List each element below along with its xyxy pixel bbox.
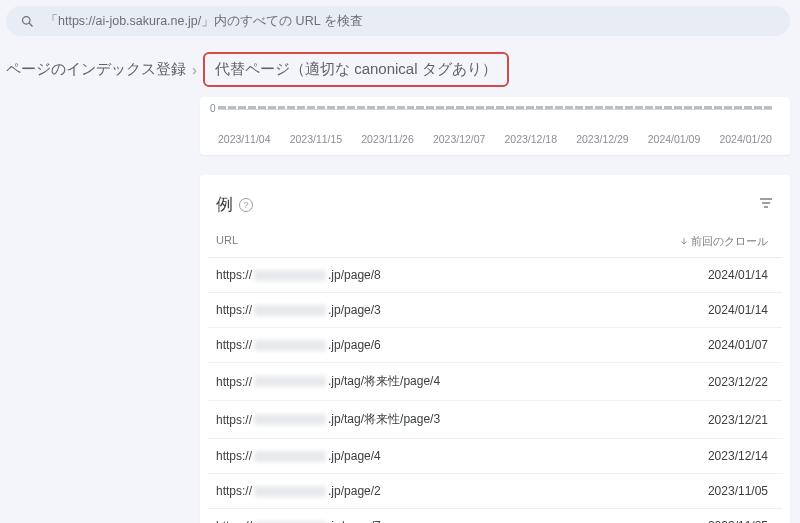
filter-icon[interactable] bbox=[758, 195, 774, 214]
search-placeholder: 「https://ai-job.sakura.ne.jp/」内のすべての URL… bbox=[45, 13, 363, 30]
x-tick: 2024/01/20 bbox=[719, 133, 772, 145]
table-header: URL 前回のクロール bbox=[208, 234, 782, 258]
chevron-right-icon: › bbox=[192, 61, 197, 78]
table-row[interactable]: https://.jp/page/32024/01/14 bbox=[208, 293, 782, 328]
table-row[interactable]: https://.jp/tag/将来性/page/42023/12/22 bbox=[208, 363, 782, 401]
row-url: https://.jp/page/8 bbox=[216, 268, 381, 282]
col-crawl[interactable]: 前回のクロール bbox=[679, 234, 768, 249]
examples-title: 例 bbox=[216, 193, 233, 216]
table-row[interactable]: https://.jp/tag/将来性/page/32023/12/21 bbox=[208, 401, 782, 439]
x-tick: 2023/12/29 bbox=[576, 133, 629, 145]
row-date: 2023/11/05 bbox=[708, 484, 768, 498]
col-url[interactable]: URL bbox=[216, 234, 238, 249]
table-row[interactable]: https://.jp/page/62024/01/07 bbox=[208, 328, 782, 363]
row-url: https://.jp/page/7 bbox=[216, 519, 381, 523]
chart-x-ticks: 2023/11/04 2023/11/15 2023/11/26 2023/12… bbox=[210, 133, 780, 145]
x-tick: 2023/11/04 bbox=[218, 133, 271, 145]
x-tick: 2024/01/09 bbox=[648, 133, 701, 145]
chart-zero-label: 0 bbox=[210, 103, 216, 114]
table-row[interactable]: https://.jp/page/72023/11/05 bbox=[208, 509, 782, 523]
row-url: https://.jp/tag/将来性/page/3 bbox=[216, 411, 440, 428]
row-url: https://.jp/page/4 bbox=[216, 449, 381, 463]
row-url: https://.jp/tag/将来性/page/4 bbox=[216, 373, 440, 390]
breadcrumb-root[interactable]: ページのインデックス登録 bbox=[6, 60, 186, 79]
row-date: 2024/01/07 bbox=[708, 338, 768, 352]
search-icon bbox=[20, 14, 35, 29]
table-row[interactable]: https://.jp/page/82024/01/14 bbox=[208, 258, 782, 293]
x-tick: 2023/11/15 bbox=[290, 133, 343, 145]
svg-rect-4 bbox=[764, 206, 768, 207]
examples-card: 例 ? URL 前回のクロール https://.jp/page/82024/0… bbox=[200, 175, 790, 523]
row-date: 2023/12/21 bbox=[708, 413, 768, 427]
examples-title-row: 例 ? bbox=[216, 193, 253, 216]
chart-card: 0 2023/11/04 2023/11/15 2023/11/26 2023/… bbox=[200, 97, 790, 155]
row-date: 2023/11/05 bbox=[708, 519, 768, 523]
arrow-down-icon bbox=[679, 237, 689, 247]
help-icon[interactable]: ? bbox=[239, 198, 253, 212]
svg-line-1 bbox=[29, 23, 32, 26]
breadcrumb-current: 代替ページ（適切な canonical タグあり） bbox=[203, 52, 509, 87]
row-url: https://.jp/page/3 bbox=[216, 303, 381, 317]
x-tick: 2023/12/18 bbox=[505, 133, 558, 145]
row-date: 2024/01/14 bbox=[708, 268, 768, 282]
breadcrumb: ページのインデックス登録 › 代替ページ（適切な canonical タグあり） bbox=[6, 52, 790, 87]
x-tick: 2023/12/07 bbox=[433, 133, 486, 145]
row-date: 2023/12/14 bbox=[708, 449, 768, 463]
svg-rect-3 bbox=[762, 202, 770, 203]
svg-point-0 bbox=[23, 16, 31, 24]
row-date: 2023/12/22 bbox=[708, 375, 768, 389]
chart-area: 0 bbox=[210, 103, 780, 131]
table-row[interactable]: https://.jp/page/22023/11/05 bbox=[208, 474, 782, 509]
row-url: https://.jp/page/2 bbox=[216, 484, 381, 498]
table-row[interactable]: https://.jp/page/42023/12/14 bbox=[208, 439, 782, 474]
row-date: 2024/01/14 bbox=[708, 303, 768, 317]
svg-rect-2 bbox=[760, 198, 772, 199]
row-url: https://.jp/page/6 bbox=[216, 338, 381, 352]
url-inspect-search[interactable]: 「https://ai-job.sakura.ne.jp/」内のすべての URL… bbox=[6, 6, 790, 36]
x-tick: 2023/11/26 bbox=[361, 133, 414, 145]
